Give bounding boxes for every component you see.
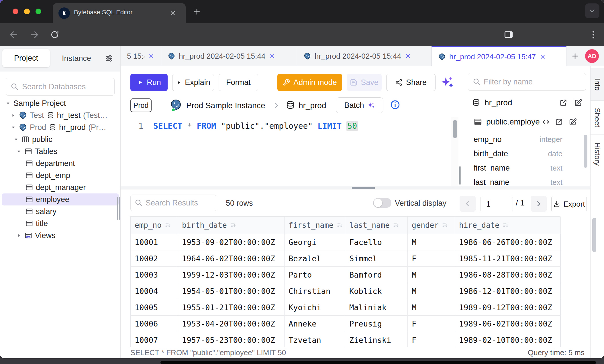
export-button[interactable]: Export (551, 196, 587, 212)
reload-icon[interactable] (50, 30, 60, 39)
ai-assistant-icon[interactable] (440, 75, 454, 90)
sidebar-resize-handle[interactable] (117, 197, 118, 220)
browser-menu-icon[interactable] (588, 29, 599, 40)
tree-item-views-group[interactable]: Views (0, 230, 121, 242)
explain-button[interactable]: Explain (172, 74, 214, 91)
tab-close-icon[interactable] (269, 53, 276, 60)
save-button[interactable]: Save (347, 74, 382, 91)
side-panel-icon[interactable] (503, 29, 514, 40)
column-header-first-name[interactable]: first_name (285, 217, 345, 234)
schema-table-row[interactable]: public.employe (462, 113, 590, 131)
window-zoom-button[interactable] (36, 9, 41, 14)
editor-scrollbar-track[interactable] (452, 117, 458, 186)
sidebar-tab-project[interactable]: Project (2, 49, 50, 67)
table-cell: Koblick (345, 283, 408, 299)
sort-icon[interactable] (336, 222, 343, 229)
edit-icon[interactable] (574, 98, 583, 107)
column-row[interactable]: emp_nointeger (462, 132, 590, 147)
sheet-tab-2[interactable]: hr_prod 2024-02-05 15:44 (161, 46, 297, 66)
browser-tab[interactable]: Bytebase SQL Editor (53, 3, 186, 23)
format-button[interactable]: Format (219, 74, 258, 91)
forward-icon[interactable] (29, 29, 40, 40)
prev-page-button[interactable] (460, 196, 476, 212)
tab-search-button[interactable] (585, 3, 599, 18)
window-minimize-button[interactable] (24, 9, 30, 14)
column-row[interactable]: last_nametext (462, 175, 590, 186)
tree-item-table-salary[interactable]: salary (0, 205, 121, 217)
page-number-input[interactable] (480, 196, 513, 212)
search-databases-input[interactable] (6, 78, 115, 96)
edit-icon[interactable] (568, 118, 577, 126)
sort-icon[interactable] (230, 222, 237, 229)
column-row[interactable]: birth_datedate (462, 147, 590, 161)
user-avatar[interactable]: AD (585, 49, 599, 63)
tree-item-table-employee-selected[interactable]: employee (2, 193, 119, 205)
column-row[interactable]: first_nametext (462, 161, 590, 175)
batch-mode-button[interactable]: Batch (336, 97, 383, 113)
caret-down-icon[interactable] (13, 136, 19, 142)
tab-info[interactable]: Info (591, 68, 604, 101)
schema-database-row[interactable]: hr_prod (462, 94, 590, 111)
sidebar-tab-instance[interactable]: Instance (50, 46, 103, 71)
external-link-icon[interactable] (559, 98, 568, 107)
panel-resize-handle[interactable] (460, 166, 461, 185)
tree-label: Sample Project (13, 99, 66, 108)
tab-sheet[interactable]: Sheet (591, 101, 604, 134)
column-header-hire-date[interactable]: hire_date (455, 217, 561, 234)
info-icon[interactable] (390, 99, 401, 110)
tree-item-tables-group[interactable]: Tables (0, 145, 121, 157)
caret-down-icon[interactable] (5, 100, 11, 106)
tree-item-table-title[interactable]: title (0, 217, 121, 230)
sql-editor[interactable]: 1 SELECT * FROM "public"."employee" LIMI… (121, 117, 452, 186)
tree-item-table-dept-emp[interactable]: dept_emp (0, 169, 121, 181)
sort-icon[interactable] (164, 222, 171, 229)
browser-tab-close-icon[interactable] (169, 9, 177, 17)
caret-right-icon[interactable] (16, 233, 22, 238)
window-close-button[interactable] (13, 9, 18, 14)
next-page-button[interactable] (531, 196, 547, 212)
filter-by-name-input[interactable] (468, 73, 586, 91)
sort-icon[interactable] (502, 222, 509, 229)
results-scrollbar-thumb[interactable] (592, 218, 596, 252)
tab-close-icon[interactable] (405, 53, 411, 60)
caret-down-icon[interactable] (10, 124, 16, 130)
admin-mode-button[interactable]: Admin mode (277, 74, 342, 91)
tree-item-table-department[interactable]: department (0, 157, 121, 169)
tree-item-hr-test[interactable]: Test hr_test (Test… (0, 109, 121, 121)
sheet-tab-1[interactable]: 5 15:44 (121, 46, 161, 66)
caret-down-icon[interactable] (16, 149, 22, 154)
vertical-display-toggle[interactable] (373, 198, 391, 208)
caret-right-icon[interactable] (10, 112, 16, 118)
schema-scrollbar-thumb[interactable] (584, 135, 587, 168)
column-header-last-name[interactable]: last_name (345, 217, 408, 234)
tab-history[interactable]: History (591, 134, 604, 174)
new-tab-icon[interactable] (193, 7, 201, 16)
editor-scrollbar-thumb[interactable] (453, 120, 457, 138)
column-header-emp-no[interactable]: emp_no (131, 217, 178, 234)
tree-item-project[interactable]: Sample Project (0, 97, 121, 109)
run-button[interactable]: Run (130, 74, 168, 91)
sort-icon[interactable] (393, 222, 399, 229)
panel-resize-handle[interactable] (459, 166, 460, 185)
external-link-icon[interactable] (555, 118, 563, 126)
column-header-gender[interactable]: gender (408, 217, 455, 234)
share-button[interactable]: Share (386, 74, 436, 91)
sidebar-filter-icon[interactable] (105, 54, 113, 63)
tree-item-hr-prod[interactable]: Prod hr_prod (Pr… (0, 121, 121, 133)
tab-close-icon[interactable] (148, 53, 155, 60)
sidebar-resize-handle[interactable] (119, 197, 120, 220)
column-header-birth-date[interactable]: birth_date (178, 217, 285, 234)
sheet-tab-3[interactable]: hr_prod 2024-02-05 15:44 (297, 46, 432, 66)
new-sheet-icon[interactable] (571, 52, 579, 60)
back-icon[interactable] (9, 29, 19, 40)
search-results-input[interactable] (130, 195, 216, 211)
sort-icon[interactable] (442, 222, 448, 229)
code-icon[interactable] (542, 118, 550, 126)
tab-close-icon[interactable] (539, 54, 546, 60)
breadcrumb-instance[interactable]: Prod Sample Instance (186, 101, 265, 110)
tree-item-schema-public[interactable]: public (0, 133, 121, 145)
horizontal-splitter[interactable] (121, 186, 590, 189)
sheet-tab-4-active[interactable]: hr_prod 2024-02-05 15:47 (432, 46, 566, 66)
breadcrumb-database[interactable]: hr_prod (299, 101, 326, 110)
tree-item-table-dept-manager[interactable]: dept_manager (0, 181, 121, 193)
